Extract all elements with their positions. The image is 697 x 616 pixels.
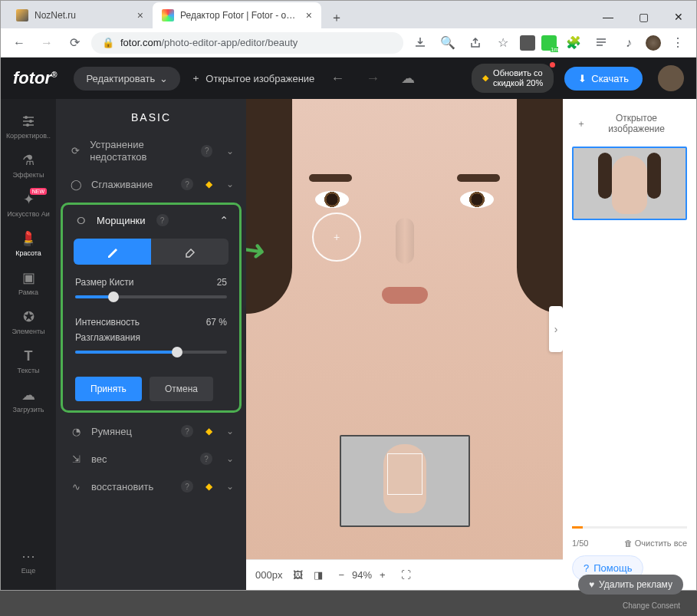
brush-erase[interactable]: [151, 239, 228, 265]
compare-icon[interactable]: ◨: [314, 569, 323, 581]
new-tab-button[interactable]: ＋: [326, 7, 347, 28]
music-icon[interactable]: ♪: [618, 32, 639, 54]
image-icon[interactable]: 🖼: [293, 569, 303, 581]
chevron-up-icon: ⌄: [219, 214, 228, 226]
rail-effects[interactable]: ⚗Эффекты: [1, 146, 56, 185]
brush-size-slider[interactable]: [75, 295, 227, 298]
user-avatar[interactable]: [658, 65, 684, 91]
url-field[interactable]: 🔒 fotor.com/photo-editor-app/editor/beau…: [91, 32, 403, 54]
profile-avatar[interactable]: [646, 35, 661, 51]
browser-window: NozNet.ru × Редактор Fotor | Fotor - онл…: [0, 0, 697, 591]
tab-label: Редактор Fotor | Fotor - онлай: [180, 10, 300, 21]
blemish-icon: ⟳: [68, 145, 82, 156]
tool-weight[interactable]: ⇲ вес ? ⌄: [56, 445, 246, 473]
canvas-image[interactable]: + ➜ ›: [246, 99, 563, 559]
url-path: /photo-editor-app/editor/beauty: [161, 37, 298, 48]
tool-smooth[interactable]: ◯ Сглаживание ? ◆ ⌄: [56, 170, 246, 198]
smooth-icon: ◯: [68, 179, 84, 190]
text-icon: T: [20, 348, 37, 364]
chevron-down-icon: ⌄: [226, 453, 234, 464]
cloud-up-icon: ☁: [20, 387, 37, 404]
close-window-button[interactable]: ✕: [661, 5, 696, 28]
zoom-out-button[interactable]: −: [338, 569, 344, 581]
help-icon[interactable]: ?: [181, 425, 193, 437]
remove-ads-button[interactable]: ♥Удалить рекламу: [578, 575, 683, 595]
canvas-dims: 000px: [255, 569, 282, 581]
rail-upload[interactable]: ☁Загрузить: [1, 380, 56, 420]
close-icon[interactable]: ×: [137, 9, 143, 21]
weight-icon: ⇲: [68, 453, 84, 465]
edit-dropdown[interactable]: Редактировать⌄: [74, 67, 180, 91]
open-image-right[interactable]: ＋Открытое изображение: [572, 108, 687, 139]
intensity-slider[interactable]: [75, 351, 227, 354]
address-bar: ← → ⟳ 🔒 fotor.com/photo-editor-app/edito…: [1, 28, 696, 58]
rail-adjust[interactable]: Корректиров..: [1, 107, 56, 146]
tab-fotor[interactable]: Редактор Fotor | Fotor - онлай ×: [153, 2, 321, 28]
viewport-rect[interactable]: [387, 453, 422, 495]
help-icon[interactable]: ?: [201, 145, 212, 157]
fotor-logo[interactable]: fotor®: [13, 68, 57, 88]
help-icon[interactable]: ?: [181, 178, 193, 190]
diamond-icon: ◆: [205, 481, 212, 492]
rail-frame[interactable]: ▣Рамка: [1, 263, 56, 302]
beauty-panel: BASIC ⟳ Устранение недостатков ? ⌄ ◯ Сгл…: [56, 99, 246, 590]
ext-lastfm-icon[interactable]: [520, 35, 535, 51]
share-icon[interactable]: [465, 32, 486, 54]
chevron-down-icon: ⌄: [226, 481, 234, 492]
tool-restore[interactable]: ∿ восстановить ? ◆ ⌄: [56, 473, 246, 500]
change-consent-link[interactable]: Change Consent: [623, 601, 680, 610]
rail-ai[interactable]: NEW✦Искусство Аи: [1, 185, 56, 224]
help-icon[interactable]: ?: [156, 214, 169, 226]
fit-icon[interactable]: ⛶: [401, 569, 411, 581]
open-image-button[interactable]: ＋Открытое изображение: [191, 71, 314, 85]
image-thumbnail[interactable]: [572, 147, 687, 220]
zoom-icon[interactable]: 🔍: [437, 32, 459, 54]
undo-button[interactable]: ←: [325, 66, 350, 91]
back-button[interactable]: ←: [8, 32, 30, 54]
reload-button[interactable]: ⟳: [64, 32, 85, 54]
ext-green-icon[interactable]: 1m: [541, 35, 557, 51]
flask-icon: ⚗: [20, 152, 37, 169]
close-icon[interactable]: ×: [306, 9, 312, 21]
brush-draw[interactable]: [74, 239, 151, 265]
upgrade-button[interactable]: ◆ Обновить соскидкой 20%: [472, 64, 554, 93]
cancel-button[interactable]: Отмена: [150, 377, 213, 401]
blush-icon: ◔: [68, 426, 84, 437]
menu-icon[interactable]: ⋮: [667, 32, 689, 54]
redo-button[interactable]: →: [360, 66, 385, 91]
cloud-button[interactable]: ☁: [396, 66, 420, 91]
wrinkles-header[interactable]: ⵔ Морщинки ? ⌄: [63, 205, 239, 236]
star-icon[interactable]: ☆: [492, 32, 514, 54]
dots-icon: ⋯: [20, 548, 37, 565]
panel-title: BASIC: [56, 99, 246, 131]
download-button[interactable]: ⬇Скачать: [564, 67, 643, 91]
clear-all-button[interactable]: 🗑 Очистить все: [624, 539, 687, 548]
wrinkle-icon: ⵔ: [74, 215, 89, 226]
restore-icon: ∿: [68, 481, 84, 492]
reading-list-icon[interactable]: [590, 32, 612, 54]
timeline-track[interactable]: [572, 526, 687, 529]
zoom-in-button[interactable]: +: [380, 569, 386, 581]
rail-texts[interactable]: TТексты: [1, 341, 56, 380]
rail-more[interactable]: ⋯Еще: [1, 542, 56, 581]
tool-blush[interactable]: ◔ Румянец ? ◆ ⌄: [56, 417, 246, 445]
apply-button[interactable]: Принять: [75, 377, 142, 401]
forward-button[interactable]: →: [36, 32, 58, 54]
diamond-icon: ◆: [205, 179, 212, 189]
brush-cursor: +: [312, 212, 361, 262]
install-icon[interactable]: [409, 32, 431, 54]
maximize-button[interactable]: ▢: [626, 5, 661, 28]
rail-beauty[interactable]: 💄Красота: [1, 224, 56, 263]
extensions-icon[interactable]: 🧩: [563, 32, 584, 54]
tool-blemish[interactable]: ⟳ Устранение недостатков ? ⌄: [56, 131, 246, 170]
help-icon[interactable]: ?: [181, 480, 193, 492]
help-icon[interactable]: ?: [200, 453, 212, 465]
tab-noznet[interactable]: NozNet.ru ×: [7, 2, 153, 28]
diamond-icon: ◆: [482, 73, 488, 83]
right-panel-toggle[interactable]: ›: [549, 306, 563, 352]
navigator-preview[interactable]: [340, 435, 470, 527]
rail-elements[interactable]: ✪Элементы: [1, 302, 56, 341]
minimize-button[interactable]: —: [590, 5, 626, 28]
notification-dot: [550, 62, 555, 68]
brush-mode-toggle: [74, 239, 228, 265]
